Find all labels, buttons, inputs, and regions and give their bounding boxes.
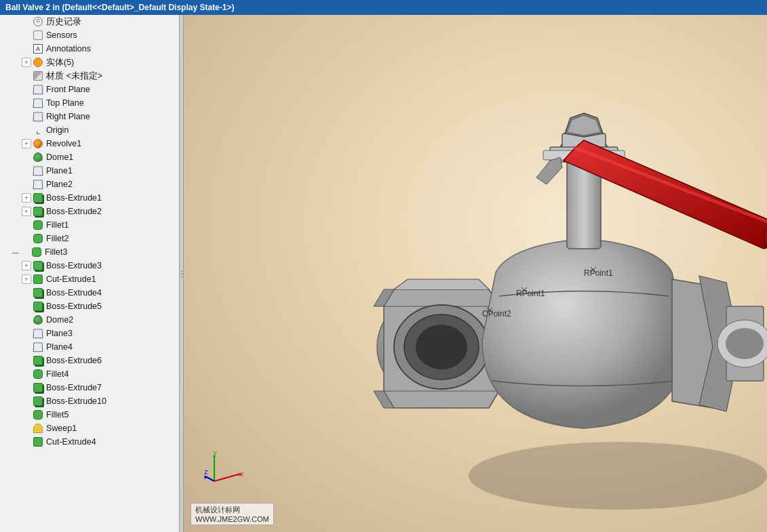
tree-item-revolve1[interactable]: +Revolve1 — [0, 137, 179, 150]
tree-item-label: Boss-Extrude7 — [46, 383, 102, 392]
extrude-icon — [33, 396, 43, 407]
viewport[interactable]: CPoint2 RPoint1 RPoint1 X Y Z — [184, 15, 767, 532]
tree-item-boss-extrude5[interactable]: Boss-Extrude5 — [0, 300, 179, 313]
plane-icon — [33, 84, 43, 95]
tree-item-label: 实体(5) — [46, 57, 74, 68]
annotation-icon: A — [33, 43, 43, 54]
tree-item-label: Fillet2 — [46, 234, 68, 243]
tree-item-cut-extrude1[interactable]: +Cut-Extrude1 — [0, 272, 179, 286]
tree-item-label: Boss-Extrude5 — [46, 302, 102, 311]
svg-text:X: X — [239, 471, 243, 478]
sweep-icon — [33, 423, 43, 434]
tree-item-label: 历史记录 — [46, 16, 81, 28]
expand-button[interactable]: + — [22, 261, 31, 270]
tree-item-label: Sweep1 — [46, 424, 77, 433]
tree-item-label: Plane1 — [46, 166, 73, 176]
tree-item-boss-extrude7[interactable]: Boss-Extrude7 — [0, 381, 179, 394]
title-bar: Ball Valve 2 in (Default<<Default>_Defau… — [0, 0, 767, 15]
fillet-icon — [33, 220, 43, 230]
plane-icon — [33, 98, 43, 108]
tree-item-label: Plane4 — [46, 342, 73, 352]
tree-item-right-plane[interactable]: Right Plane — [0, 110, 179, 123]
tree-item-boss-extrude6[interactable]: Boss-Extrude6 — [0, 354, 179, 367]
tree-item-fillet3[interactable]: —Fillet3 — [0, 245, 179, 259]
plane-icon — [33, 111, 43, 122]
tree-item-dome1[interactable]: Dome1 — [0, 150, 179, 164]
tree-item-label: Fillet5 — [46, 410, 68, 420]
tree-item-boss-extrude10[interactable]: Boss-Extrude10 — [0, 394, 179, 408]
tree-item-label: Fillet3 — [45, 247, 67, 257]
watermark-line1: 机械设计标网 — [195, 505, 269, 515]
extrude-icon — [33, 287, 43, 298]
tree-item-label: Dome1 — [46, 152, 73, 162]
tree-item-label: Boss-Extrude6 — [46, 356, 102, 365]
expand-button[interactable]: + — [22, 193, 31, 203]
tree-item-top-plane[interactable]: Top Plane — [0, 96, 179, 110]
tree-item-fillet1[interactable]: Fillet1 — [0, 218, 179, 232]
tree-item-sensors[interactable]: Sensors — [0, 28, 179, 42]
tree-item-fillet4[interactable]: Fillet4 — [0, 367, 179, 381]
tree-item-label: Plane3 — [46, 329, 73, 338]
origin-icon: ⌞ — [33, 125, 43, 136]
tree-item-boss-extrude1[interactable]: +Boss-Extrude1 — [0, 191, 179, 205]
tree-item-label: Boss-Extrude1 — [46, 193, 102, 203]
bodies-icon — [33, 57, 43, 68]
tree-item-label: Boss-Extrude3 — [46, 261, 102, 270]
feature-tree-panel[interactable]: 历史记录SensorsAAnnotations+实体(5)材质 <未指定>Fro… — [0, 15, 180, 532]
tree-item-material[interactable]: 材质 <未指定> — [0, 69, 179, 83]
fillet-icon — [31, 247, 42, 258]
tree-item-front-plane[interactable]: Front Plane — [0, 83, 179, 96]
svg-point-0 — [469, 442, 767, 510]
sensor-icon — [33, 30, 43, 41]
tree-item-boss-extrude2[interactable]: +Boss-Extrude2 — [0, 205, 179, 218]
tree-item-label: Front Plane — [46, 85, 90, 94]
tree-item-label: Top Plane — [46, 98, 84, 108]
tree-item-label: Right Plane — [46, 112, 90, 121]
plane-icon — [33, 342, 43, 352]
tree-item-annotations[interactable]: AAnnotations — [0, 42, 179, 56]
dome-icon — [33, 314, 43, 325]
coordinate-triad: X Y Z — [204, 451, 245, 491]
tree-item-dome2[interactable]: Dome2 — [0, 313, 179, 327]
svg-line-25 — [214, 474, 238, 481]
tree-item-plane4[interactable]: Plane4 — [0, 340, 179, 354]
tree-item-label: Boss-Extrude4 — [46, 288, 102, 298]
svg-text:Z: Z — [204, 469, 208, 476]
tree-item-label: Cut-Extrude4 — [46, 437, 96, 447]
tree-item-label: Boss-Extrude10 — [46, 396, 106, 406]
svg-text:RPoint1: RPoint1 — [584, 268, 613, 278]
cut-icon — [33, 436, 43, 447]
tree-item-sweep1[interactable]: Sweep1 — [0, 422, 179, 435]
tree-item-plane2[interactable]: Plane2 — [0, 178, 179, 191]
material-icon — [33, 70, 43, 81]
tree-item-label: Sensors — [46, 30, 77, 40]
expand-button[interactable]: + — [22, 274, 31, 284]
3d-model: CPoint2 RPoint1 RPoint1 — [184, 15, 767, 530]
tree-item-history[interactable]: 历史记录 — [0, 15, 179, 28]
tree-item-label: Fillet4 — [46, 369, 68, 379]
tree-item-boss-extrude4[interactable]: Boss-Extrude4 — [0, 286, 179, 300]
title-text: Ball Valve 2 in (Default<<Default>_Defau… — [5, 3, 234, 12]
tree-item-plane3[interactable]: Plane3 — [0, 327, 179, 340]
watermark-line2: WWW.JME2GW.COM — [195, 515, 269, 523]
tree-item-origin[interactable]: ⌞Origin — [0, 123, 179, 137]
svg-text:Y: Y — [213, 451, 217, 457]
tree-item-label: Cut-Extrude1 — [46, 274, 96, 284]
extrude-icon — [33, 206, 43, 217]
tree-item-fillet5[interactable]: Fillet5 — [0, 408, 179, 422]
tree-item-fillet2[interactable]: Fillet2 — [0, 232, 179, 245]
extrude-icon — [33, 301, 43, 312]
expand-button[interactable]: + — [22, 139, 31, 148]
tree-item-label: Plane2 — [46, 180, 73, 189]
tree-item-cut-extrude4[interactable]: Cut-Extrude4 — [0, 435, 179, 449]
watermark: 机械设计标网 WWW.JME2GW.COM — [191, 503, 274, 525]
tree-item-plane1[interactable]: Plane1 — [0, 164, 179, 178]
extrude-icon — [33, 355, 43, 366]
expand-button[interactable]: + — [22, 207, 31, 216]
expand-button[interactable]: + — [22, 58, 31, 67]
plane-icon — [33, 328, 43, 339]
plane-icon — [33, 179, 43, 190]
fillet-icon — [33, 409, 43, 420]
tree-item-bodies[interactable]: +实体(5) — [0, 56, 179, 69]
tree-item-boss-extrude3[interactable]: +Boss-Extrude3 — [0, 259, 179, 272]
